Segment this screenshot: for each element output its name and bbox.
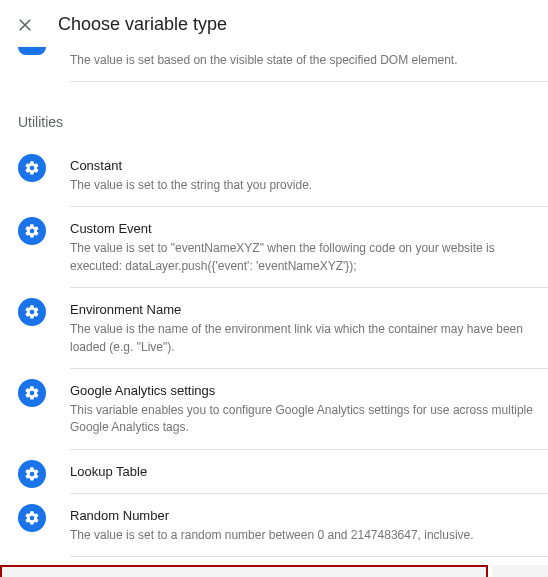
variable-type-lookup-table[interactable]: Lookup Table [18,450,548,494]
item-title: Google Analytics settings [70,383,548,398]
gear-icon [18,504,46,532]
dialog-header: Choose variable type [0,0,548,53]
section-title-utilities: Utilities [18,114,548,130]
item-title: Constant [70,158,548,173]
variable-type-custom-event[interactable]: Custom Event The value is set to "eventN… [18,207,548,288]
item-description: The value is set to a random number betw… [70,527,548,544]
variable-type-constant[interactable]: Constant The value is set to the string … [18,144,548,207]
variable-type-regex-table[interactable]: RegEx Table [0,565,488,577]
variable-type-random-number[interactable]: Random Number The value is set to a rand… [18,494,548,557]
item-title: Custom Event [70,221,548,236]
item-description: This variable enables you to configure G… [70,402,548,437]
gear-icon [18,460,46,488]
item-description: The value is set to "eventNameXYZ" when … [70,240,548,275]
gear-icon [18,379,46,407]
variable-type-list: Constant The value is set to the string … [18,144,548,577]
item-title: Environment Name [70,302,548,317]
item-description: The value is set based on the visible st… [70,53,548,82]
variable-type-ga-settings[interactable]: Google Analytics settings This variable … [18,369,548,450]
item-description: The value is the name of the environment… [70,321,548,356]
item-title: Lookup Table [70,464,548,479]
gear-icon [18,217,46,245]
variable-type-environment-name[interactable]: Environment Name The value is the name o… [18,288,548,369]
item-description: The value is set to the string that you … [70,177,548,194]
dialog-title: Choose variable type [58,14,227,35]
close-icon[interactable] [16,16,34,34]
item-title: Random Number [70,508,548,523]
gear-icon [18,298,46,326]
partial-visible-item[interactable]: The value is set based on the visible st… [18,53,548,82]
gear-icon [18,154,46,182]
highlight-cutoff [492,565,548,577]
variable-type-icon [18,47,46,55]
